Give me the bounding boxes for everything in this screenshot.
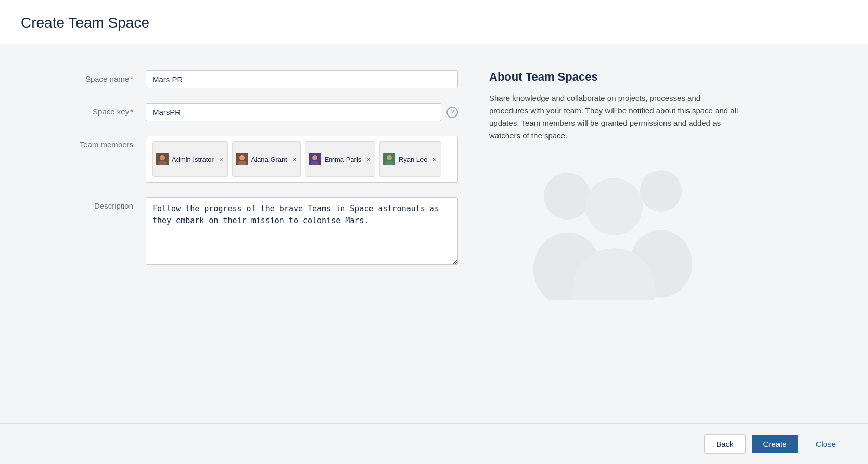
form-section: Space name* Space key* ? (31, 70, 458, 423)
about-description: Share knowledge and collaborate on proje… (489, 92, 739, 142)
avatar-ryan (383, 153, 395, 165)
help-icon[interactable]: ? (446, 107, 458, 118)
member-name-admin: Admin Istrator (172, 156, 214, 163)
close-button[interactable]: Close (805, 435, 847, 453)
description-row: Description Follow the progress of the b… (31, 197, 458, 267)
team-members-row: Team members Admin Istrator × (31, 136, 458, 183)
remove-emma[interactable]: × (366, 156, 371, 163)
svg-point-14 (640, 170, 682, 212)
remove-admin[interactable]: × (219, 156, 223, 163)
space-name-row: Space name* (31, 70, 458, 88)
member-name-ryan: Ryan Lee (399, 156, 428, 163)
member-tag-ryan[interactable]: Ryan Lee × (379, 141, 441, 177)
required-star-key: * (130, 107, 133, 116)
description-control: Follow the progress of the brave Teams i… (146, 197, 458, 267)
description-textarea[interactable]: Follow the progress of the brave Teams i… (146, 197, 458, 265)
space-name-label: Space name* (31, 70, 146, 83)
team-members-box[interactable]: Admin Istrator × Alana Grant × (146, 136, 458, 183)
svg-point-1 (160, 155, 165, 160)
page-title: Create Team Space (21, 15, 847, 31)
team-members-control: Admin Istrator × Alana Grant × (146, 136, 458, 183)
remove-ryan[interactable]: × (433, 156, 437, 163)
space-key-input[interactable] (146, 103, 441, 121)
member-tag-admin[interactable]: Admin Istrator × (152, 141, 228, 177)
space-name-input[interactable] (146, 70, 458, 88)
space-key-control: ? (146, 103, 458, 121)
team-illustration (489, 154, 739, 300)
team-people-svg (515, 154, 713, 300)
space-key-wrapper: ? (146, 103, 458, 121)
svg-point-4 (239, 155, 245, 160)
svg-point-10 (387, 155, 392, 160)
page-header: Create Team Space (0, 0, 868, 44)
svg-point-16 (585, 178, 643, 235)
space-key-label: Space key* (31, 103, 146, 116)
svg-point-7 (312, 155, 317, 160)
member-tag-emma[interactable]: Emma Paris × (305, 141, 375, 177)
space-key-row: Space key* ? (31, 103, 458, 121)
avatar-alana (236, 153, 248, 165)
avatar-emma (309, 153, 321, 165)
remove-alana[interactable]: × (292, 156, 297, 163)
team-members-label: Team members (31, 136, 146, 149)
member-name-alana: Alana Grant (251, 156, 287, 163)
back-button[interactable]: Back (704, 434, 745, 454)
required-star: * (130, 74, 133, 83)
create-button[interactable]: Create (752, 435, 798, 453)
member-name-emma: Emma Paris (324, 156, 361, 163)
space-name-control (146, 70, 458, 88)
member-tag-alana[interactable]: Alana Grant × (232, 141, 301, 177)
page-footer: Back Create Close (0, 423, 868, 464)
page-body: Space name* Space key* ? (0, 44, 868, 423)
about-title: About Team Spaces (489, 70, 739, 84)
info-section: About Team Spaces Share knowledge and co… (489, 70, 739, 423)
svg-point-12 (544, 173, 591, 220)
avatar-admin (156, 153, 169, 165)
description-label: Description (31, 197, 146, 210)
